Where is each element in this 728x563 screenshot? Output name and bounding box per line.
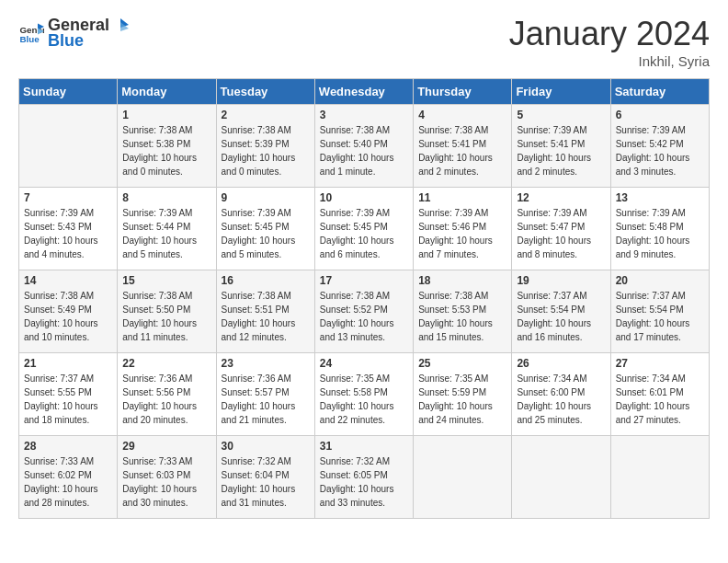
calendar-week-3: 14Sunrise: 7:38 AM Sunset: 5:49 PM Dayli…	[19, 270, 710, 353]
day-header-monday: Monday	[118, 79, 216, 105]
day-number: 9	[222, 191, 310, 204]
day-number: 24	[320, 357, 408, 370]
day-info: Sunrise: 7:39 AM Sunset: 5:48 PM Dayligh…	[616, 206, 704, 261]
day-header-friday: Friday	[512, 79, 610, 105]
calendar-cell: 31Sunrise: 7:32 AM Sunset: 6:05 PM Dayli…	[314, 436, 413, 519]
calendar-cell: 17Sunrise: 7:38 AM Sunset: 5:52 PM Dayli…	[314, 270, 413, 353]
calendar-cell: 16Sunrise: 7:38 AM Sunset: 5:51 PM Dayli…	[216, 270, 314, 353]
page-header: General Blue General Blue January 2024 I…	[18, 15, 710, 69]
day-number: 3	[320, 109, 408, 121]
calendar-table: SundayMondayTuesdayWednesdayThursdayFrid…	[18, 78, 710, 519]
day-number: 30	[222, 440, 310, 453]
day-number: 25	[418, 357, 506, 370]
calendar-cell: 12Sunrise: 7:39 AM Sunset: 5:47 PM Dayli…	[512, 188, 610, 270]
day-header-saturday: Saturday	[610, 79, 709, 105]
day-info: Sunrise: 7:35 AM Sunset: 5:58 PM Dayligh…	[320, 372, 408, 427]
day-number: 16	[222, 274, 310, 287]
calendar-header-row: SundayMondayTuesdayWednesdayThursdayFrid…	[19, 79, 710, 105]
day-info: Sunrise: 7:34 AM Sunset: 6:00 PM Dayligh…	[517, 372, 605, 427]
day-number: 26	[517, 357, 605, 370]
day-info: Sunrise: 7:37 AM Sunset: 5:54 PM Dayligh…	[616, 289, 704, 344]
day-info: Sunrise: 7:38 AM Sunset: 5:52 PM Dayligh…	[320, 289, 408, 344]
day-info: Sunrise: 7:38 AM Sunset: 5:51 PM Dayligh…	[222, 289, 310, 344]
day-info: Sunrise: 7:36 AM Sunset: 5:57 PM Dayligh…	[222, 372, 310, 427]
calendar-cell: 14Sunrise: 7:38 AM Sunset: 5:49 PM Dayli…	[19, 270, 118, 353]
day-info: Sunrise: 7:39 AM Sunset: 5:47 PM Dayligh…	[517, 206, 605, 261]
logo-bird-icon	[110, 15, 131, 35]
calendar-cell: 30Sunrise: 7:32 AM Sunset: 6:04 PM Dayli…	[216, 436, 314, 519]
day-info: Sunrise: 7:39 AM Sunset: 5:45 PM Dayligh…	[222, 206, 310, 261]
day-info: Sunrise: 7:38 AM Sunset: 5:39 PM Dayligh…	[222, 123, 310, 178]
calendar-cell: 20Sunrise: 7:37 AM Sunset: 5:54 PM Dayli…	[610, 270, 709, 353]
day-info: Sunrise: 7:32 AM Sunset: 6:05 PM Dayligh…	[320, 454, 408, 510]
calendar-week-5: 28Sunrise: 7:33 AM Sunset: 6:02 PM Dayli…	[19, 436, 710, 519]
day-header-wednesday: Wednesday	[314, 79, 413, 105]
day-number: 20	[616, 274, 704, 287]
calendar-cell: 6Sunrise: 7:39 AM Sunset: 5:42 PM Daylig…	[610, 105, 709, 188]
day-number: 19	[517, 274, 605, 287]
calendar-cell: 26Sunrise: 7:34 AM Sunset: 6:00 PM Dayli…	[512, 353, 610, 436]
day-info: Sunrise: 7:33 AM Sunset: 6:02 PM Dayligh…	[24, 454, 112, 510]
day-number: 23	[222, 357, 310, 370]
day-info: Sunrise: 7:38 AM Sunset: 5:49 PM Dayligh…	[24, 289, 112, 344]
calendar-cell	[610, 436, 709, 519]
day-number: 28	[24, 440, 112, 453]
calendar-week-4: 21Sunrise: 7:37 AM Sunset: 5:55 PM Dayli…	[19, 353, 710, 436]
day-number: 27	[616, 357, 704, 370]
day-number: 7	[24, 191, 112, 204]
logo: General Blue General Blue	[18, 15, 131, 51]
day-number: 31	[320, 440, 408, 453]
day-info: Sunrise: 7:39 AM Sunset: 5:44 PM Dayligh…	[122, 206, 210, 261]
day-number: 10	[320, 191, 408, 204]
calendar-cell: 29Sunrise: 7:33 AM Sunset: 6:03 PM Dayli…	[118, 436, 216, 519]
day-info: Sunrise: 7:38 AM Sunset: 5:41 PM Dayligh…	[418, 123, 506, 178]
day-info: Sunrise: 7:38 AM Sunset: 5:50 PM Dayligh…	[122, 289, 210, 344]
day-number: 11	[418, 191, 506, 204]
logo-icon: General Blue	[18, 20, 44, 46]
day-number: 14	[24, 274, 112, 287]
calendar-week-2: 7Sunrise: 7:39 AM Sunset: 5:43 PM Daylig…	[19, 188, 710, 270]
day-number: 6	[616, 109, 704, 121]
title-block: January 2024 Inkhil, Syria	[509, 15, 710, 69]
day-info: Sunrise: 7:38 AM Sunset: 5:38 PM Dayligh…	[122, 123, 210, 178]
day-info: Sunrise: 7:34 AM Sunset: 6:01 PM Dayligh…	[616, 372, 704, 427]
day-header-sunday: Sunday	[19, 79, 118, 105]
calendar-cell	[512, 436, 610, 519]
calendar-cell: 9Sunrise: 7:39 AM Sunset: 5:45 PM Daylig…	[216, 188, 314, 270]
day-info: Sunrise: 7:38 AM Sunset: 5:40 PM Dayligh…	[320, 123, 408, 178]
calendar-cell: 21Sunrise: 7:37 AM Sunset: 5:55 PM Dayli…	[19, 353, 118, 436]
day-number: 13	[616, 191, 704, 204]
calendar-cell	[19, 105, 118, 188]
calendar-cell: 28Sunrise: 7:33 AM Sunset: 6:02 PM Dayli…	[19, 436, 118, 519]
day-info: Sunrise: 7:37 AM Sunset: 5:54 PM Dayligh…	[517, 289, 605, 344]
day-info: Sunrise: 7:39 AM Sunset: 5:43 PM Dayligh…	[24, 206, 112, 261]
day-info: Sunrise: 7:33 AM Sunset: 6:03 PM Dayligh…	[122, 454, 210, 510]
calendar-cell: 18Sunrise: 7:38 AM Sunset: 5:53 PM Dayli…	[414, 270, 512, 353]
calendar-cell: 23Sunrise: 7:36 AM Sunset: 5:57 PM Dayli…	[216, 353, 314, 436]
calendar-cell: 5Sunrise: 7:39 AM Sunset: 5:41 PM Daylig…	[512, 105, 610, 188]
day-info: Sunrise: 7:39 AM Sunset: 5:42 PM Dayligh…	[616, 123, 704, 178]
day-info: Sunrise: 7:37 AM Sunset: 5:55 PM Dayligh…	[24, 372, 112, 427]
calendar-cell: 11Sunrise: 7:39 AM Sunset: 5:46 PM Dayli…	[414, 188, 512, 270]
day-info: Sunrise: 7:39 AM Sunset: 5:46 PM Dayligh…	[418, 206, 506, 261]
day-info: Sunrise: 7:39 AM Sunset: 5:45 PM Dayligh…	[320, 206, 408, 261]
svg-text:Blue: Blue	[19, 33, 40, 43]
calendar-cell: 27Sunrise: 7:34 AM Sunset: 6:01 PM Dayli…	[610, 353, 709, 436]
day-info: Sunrise: 7:39 AM Sunset: 5:41 PM Dayligh…	[517, 123, 605, 178]
day-info: Sunrise: 7:32 AM Sunset: 6:04 PM Dayligh…	[222, 454, 310, 510]
day-number: 12	[517, 191, 605, 204]
day-number: 2	[222, 109, 310, 121]
day-number: 21	[24, 357, 112, 370]
day-number: 17	[320, 274, 408, 287]
day-info: Sunrise: 7:36 AM Sunset: 5:56 PM Dayligh…	[122, 372, 210, 427]
calendar-cell: 15Sunrise: 7:38 AM Sunset: 5:50 PM Dayli…	[118, 270, 216, 353]
day-number: 15	[122, 274, 210, 287]
day-number: 29	[122, 440, 210, 453]
calendar-cell: 22Sunrise: 7:36 AM Sunset: 5:56 PM Dayli…	[118, 353, 216, 436]
calendar-week-1: 1Sunrise: 7:38 AM Sunset: 5:38 PM Daylig…	[19, 105, 710, 188]
day-number: 5	[517, 109, 605, 121]
calendar-cell: 3Sunrise: 7:38 AM Sunset: 5:40 PM Daylig…	[314, 105, 413, 188]
day-header-thursday: Thursday	[414, 79, 512, 105]
calendar-cell: 4Sunrise: 7:38 AM Sunset: 5:41 PM Daylig…	[414, 105, 512, 188]
calendar-cell: 10Sunrise: 7:39 AM Sunset: 5:45 PM Dayli…	[314, 188, 413, 270]
